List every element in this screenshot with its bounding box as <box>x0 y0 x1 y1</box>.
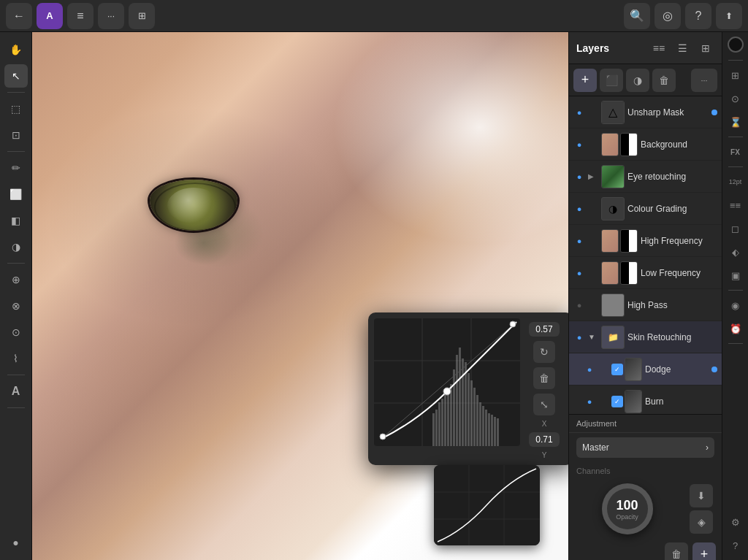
opacity-circle[interactable]: 100 Opacity <box>602 483 653 534</box>
tool-paint[interactable]: ✏ <box>4 156 28 180</box>
fr-btn-help[interactable]: ? <box>725 535 746 556</box>
layer-visibility-burn[interactable]: ● <box>584 396 595 407</box>
layer-expand-eye[interactable]: ▶ <box>588 172 598 180</box>
small-curve-panel[interactable] <box>434 465 540 545</box>
tool-navigator[interactable]: ● <box>4 531 28 554</box>
layer-item-burn[interactable]: ● ✓ Burn <box>569 386 722 414</box>
layer-visibility-low-freq[interactable]: ● <box>573 267 585 279</box>
layer-item-background-bw[interactable]: ● Background <box>569 129 722 161</box>
svg-rect-6 <box>453 369 455 446</box>
canvas-area[interactable]: 0.57 ↻ 🗑 ⤡ X 0.71 Y <box>32 32 568 560</box>
tool-fill[interactable]: ◧ <box>4 209 28 232</box>
layer-thumb-bw-2 <box>620 133 638 156</box>
layer-visibility-eye[interactable]: ● <box>573 171 585 183</box>
right-panel: Layers ≡≡ ☰ ⊞ + ⬛ ◑ 🗑 ··· ● △ Unsharp Ma… <box>568 32 722 560</box>
tool-move[interactable]: ↖ <box>4 64 28 88</box>
layer-visibility-high-freq[interactable]: ● <box>573 235 585 247</box>
layer-visibility-skin[interactable]: ● <box>573 331 585 343</box>
layers-title: Layers <box>576 42 644 54</box>
layer-item-high-freq[interactable]: ● High Frequency <box>569 225 722 257</box>
curves-panel[interactable]: 0.57 ↻ 🗑 ⤡ X 0.71 Y <box>368 312 568 465</box>
color-swatch[interactable] <box>728 37 744 53</box>
layer-visibility-unsharp[interactable]: ● <box>573 107 585 118</box>
eye-detail <box>150 180 237 231</box>
blend-mode-select[interactable]: Master › <box>576 437 714 458</box>
layers-list-button[interactable]: ☰ <box>673 39 691 57</box>
fr-btn-effects[interactable]: ⌛ <box>725 112 746 132</box>
curves-rotate-button[interactable]: ↻ <box>533 341 555 363</box>
tool-text[interactable]: A <box>4 380 28 403</box>
tool-divider-4 <box>7 375 25 375</box>
layer-item-unsharp-mask[interactable]: ● △ Unsharp Mask <box>569 96 722 129</box>
curves-style-button[interactable]: ⤡ <box>533 394 555 415</box>
back-button[interactable]: ← <box>6 3 32 29</box>
layer-thumb-burn <box>625 390 642 413</box>
fr-divider-1 <box>728 137 743 137</box>
curves-delete-button[interactable]: 🗑 <box>533 367 555 389</box>
layer-visibility-dodge[interactable]: ● <box>584 364 595 375</box>
menu-button[interactable]: ≡ <box>67 3 94 29</box>
layer-item-dodge[interactable]: ● ✓ Dodge <box>569 353 722 386</box>
adj-opacity-col: 100 Opacity <box>569 480 685 538</box>
tool-crop[interactable]: ⊡ <box>4 123 28 147</box>
add-layer-button[interactable]: + <box>573 69 597 92</box>
tool-dodge[interactable]: ◑ <box>4 235 28 258</box>
fr-btn-brush[interactable]: ≡≡ <box>725 195 746 215</box>
fr-btn-opacity[interactable]: ◻ <box>725 218 746 239</box>
layers-list[interactable]: ● △ Unsharp Mask ● <box>569 96 722 414</box>
fr-btn-clock[interactable]: ⏰ <box>725 318 746 339</box>
layer-expand-skin[interactable]: ▼ <box>588 333 598 341</box>
adjust-button[interactable]: ◑ <box>626 69 649 92</box>
curves-y-label: Y <box>542 451 547 459</box>
export-button[interactable]: ⬆ <box>716 3 742 29</box>
layer-visibility-colour[interactable]: ● <box>573 203 585 215</box>
fr-btn-color[interactable]: ◉ <box>725 295 746 315</box>
fr-btn-layers[interactable]: ⊞ <box>725 65 746 85</box>
tool-heal[interactable]: ⊗ <box>4 294 28 318</box>
svg-point-29 <box>510 321 516 327</box>
layers-expand-button[interactable]: ≡≡ <box>650 39 668 57</box>
svg-rect-20 <box>494 417 496 446</box>
layer-item-low-freq[interactable]: ● Low Frequency <box>569 257 722 289</box>
fr-btn-hardness[interactable]: ▣ <box>725 265 746 285</box>
more-layers-button[interactable]: ··· <box>691 69 717 92</box>
svg-rect-21 <box>497 418 499 446</box>
raster-button[interactable]: ⬛ <box>600 69 623 92</box>
layer-item-high-pass[interactable]: ● High Pass <box>569 289 722 321</box>
tool-retouch[interactable]: ⊙ <box>4 321 28 344</box>
tool-liquify[interactable]: ⌇ <box>4 347 28 370</box>
curves-controls: 0.57 ↻ 🗑 ⤡ X 0.71 Y <box>526 318 562 459</box>
layers-grid-button[interactable]: ⊞ <box>697 39 714 57</box>
adj-delete-button[interactable]: 🗑 <box>665 542 688 560</box>
adj-add-button[interactable]: + <box>692 542 716 560</box>
search-button[interactable]: 🔍 <box>624 3 650 29</box>
fr-btn-flow[interactable]: ⬖ <box>725 242 746 262</box>
tool-hand[interactable]: ✋ <box>4 38 28 61</box>
layer-visibility-high-pass[interactable]: ● <box>573 299 585 311</box>
svg-point-30 <box>380 434 386 440</box>
app-logo[interactable]: A <box>37 3 63 29</box>
layer-item-colour-grading[interactable]: ● ◑ Colour Grading <box>569 193 722 225</box>
help-button[interactable]: ? <box>685 3 711 29</box>
tool-select[interactable]: ⬚ <box>4 97 28 120</box>
fr-btn-adjustments[interactable]: ⊙ <box>725 88 746 109</box>
assistant-button[interactable]: ◎ <box>654 3 681 29</box>
layer-visibility-bg-bw[interactable]: ● <box>573 139 585 150</box>
layer-thumb-bw-1 <box>601 133 619 156</box>
layer-item-eye-retouch[interactable]: ● ▶ Eye retouching <box>569 161 722 193</box>
fr-btn-settings[interactable]: ⚙ <box>725 512 746 532</box>
fr-btn-fx[interactable]: FX <box>725 142 746 162</box>
fr-btn-size[interactable]: 12pt <box>725 172 746 192</box>
delete-layer-button[interactable]: 🗑 <box>652 69 676 92</box>
curves-canvas[interactable] <box>374 318 520 446</box>
more-button[interactable]: ··· <box>98 3 124 29</box>
frame-button[interactable]: ⊞ <box>129 3 155 29</box>
layer-thumb-group-hf <box>601 229 638 253</box>
layers-toolbar: + ⬛ ◑ 🗑 ··· <box>569 64 722 96</box>
layer-item-skin-retouch[interactable]: ● ▼ 📁 Skin Retouching <box>569 321 722 353</box>
adj-icon-btn-1[interactable]: ⬇ <box>690 484 713 507</box>
tool-clone[interactable]: ⊕ <box>4 268 28 291</box>
adj-icon-btn-2[interactable]: ◈ <box>690 510 713 534</box>
tool-erase[interactable]: ⬜ <box>4 183 28 206</box>
fr-divider-4 <box>728 343 743 344</box>
